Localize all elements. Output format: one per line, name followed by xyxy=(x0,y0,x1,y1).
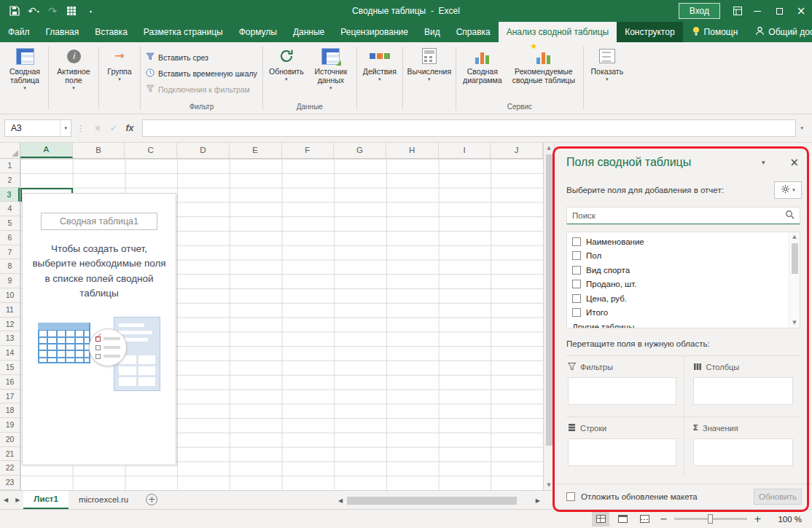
redo-icon[interactable]: ↷ xyxy=(44,1,61,20)
undo-icon[interactable]: ↶▾ xyxy=(25,1,42,20)
vertical-scrollbar[interactable]: ▲ ▼ xyxy=(543,143,554,490)
cancel-icon[interactable]: × xyxy=(90,123,106,133)
columns-drop-zone[interactable] xyxy=(693,377,794,405)
zoom-slider-thumb[interactable] xyxy=(708,514,713,524)
share-button[interactable]: Общий доступ xyxy=(746,22,812,42)
column-header[interactable]: C xyxy=(125,143,177,158)
search-box[interactable]: Поиск xyxy=(566,207,800,224)
row-header[interactable]: 16 xyxy=(0,375,20,390)
row-header[interactable]: 9 xyxy=(0,274,20,288)
horizontal-scrollbar[interactable]: ◀ ▶ xyxy=(335,492,554,509)
field-checkbox[interactable] xyxy=(572,237,581,246)
close-button[interactable]: × xyxy=(790,0,812,22)
enter-icon[interactable]: ✓ xyxy=(106,123,122,133)
active-field-button[interactable]: i Активное поле ▾ xyxy=(51,44,96,91)
assistant-button[interactable]: Помощн xyxy=(683,22,747,42)
pivot-table-button[interactable]: Сводная таблица ▾ xyxy=(4,44,46,91)
list-scroll-down-icon[interactable]: ▼ xyxy=(792,318,796,328)
row-header[interactable]: 10 xyxy=(0,288,20,303)
filter-connections-button[interactable]: Подключения к фильтрам xyxy=(143,82,253,97)
insert-function-icon[interactable]: fx xyxy=(122,123,138,133)
recommended-pivot-tables-button[interactable]: ★ Рекомендуемые сводные таблицы xyxy=(507,44,581,84)
field-row[interactable]: Итого xyxy=(572,306,800,320)
defer-layout-checkbox[interactable] xyxy=(566,492,575,501)
field-row[interactable]: Цена, руб. xyxy=(572,291,800,306)
select-all-button[interactable] xyxy=(0,143,20,159)
maximize-button[interactable] xyxy=(768,0,790,22)
tab-page-layout[interactable]: Разметка страницы xyxy=(136,22,231,42)
row-header[interactable]: 21 xyxy=(0,447,20,462)
actions-button[interactable]: Действия ▾ xyxy=(359,44,400,82)
zoom-level[interactable]: 100 % xyxy=(768,515,802,524)
field-checkbox[interactable] xyxy=(572,280,581,288)
column-header[interactable]: F xyxy=(282,143,335,158)
tab-file[interactable]: Файл xyxy=(0,22,38,42)
fields-list-scrollbar[interactable]: ▲ ▼ xyxy=(789,232,800,328)
horizontal-scroll-thumb[interactable] xyxy=(347,497,517,505)
column-header[interactable]: H xyxy=(386,143,439,158)
row-header[interactable]: 15 xyxy=(0,360,20,375)
field-checkbox[interactable] xyxy=(572,308,581,317)
row-header[interactable]: 6 xyxy=(0,231,20,245)
row-header[interactable]: 3 xyxy=(0,188,20,202)
list-scroll-thumb[interactable] xyxy=(792,243,798,274)
quick-table-icon[interactable] xyxy=(63,1,80,20)
field-checkbox[interactable] xyxy=(572,251,581,260)
field-checkbox[interactable] xyxy=(572,294,581,303)
row-header[interactable]: 8 xyxy=(0,259,20,274)
row-header[interactable]: 13 xyxy=(0,331,20,346)
refresh-button[interactable]: Обновить ▾ xyxy=(265,44,308,82)
column-header[interactable]: G xyxy=(334,143,386,158)
change-data-source-button[interactable]: Источник данных ▾ xyxy=(308,44,354,91)
row-header[interactable]: 11 xyxy=(0,303,20,318)
row-header[interactable]: 1 xyxy=(0,159,20,173)
page-break-view-button[interactable] xyxy=(636,512,653,527)
row-header[interactable]: 14 xyxy=(0,346,20,360)
cells-area[interactable]: Сводная таблица1 Чтобы создать отчет, вы… xyxy=(20,159,543,490)
row-header[interactable]: 23 xyxy=(0,476,20,490)
column-header[interactable]: J xyxy=(491,143,543,158)
customize-toolbar-chevron-icon[interactable]: ▾ xyxy=(82,1,99,20)
row-header[interactable]: 2 xyxy=(0,173,20,188)
tab-review[interactable]: Рецензирование xyxy=(332,22,416,42)
formula-input[interactable] xyxy=(142,119,796,137)
group-button[interactable]: → Группа ▾ xyxy=(101,44,138,82)
tab-pivot-analyze[interactable]: Анализ сводной таблицы xyxy=(499,22,617,42)
column-header[interactable]: D xyxy=(177,143,230,158)
row-header[interactable]: 20 xyxy=(0,433,20,447)
save-icon[interactable] xyxy=(6,1,23,20)
column-header[interactable]: A xyxy=(20,143,73,158)
row-header[interactable]: 7 xyxy=(0,245,20,260)
minimize-button[interactable] xyxy=(746,0,768,22)
tools-gear-button[interactable]: ▾ xyxy=(774,181,802,199)
column-header[interactable]: I xyxy=(439,143,491,158)
field-row[interactable]: Продано, шт. xyxy=(572,277,800,292)
zoom-in-button[interactable]: + xyxy=(752,513,764,524)
field-checkbox[interactable] xyxy=(572,266,581,275)
sheet-tab-microexcel[interactable]: microexcel.ru xyxy=(69,491,138,509)
tab-help[interactable]: Справка xyxy=(448,22,499,42)
normal-view-button[interactable] xyxy=(592,512,609,527)
list-scroll-up-icon[interactable]: ▲ xyxy=(792,232,796,242)
pane-options-chevron-icon[interactable]: ▾ xyxy=(762,159,765,166)
row-header[interactable]: 19 xyxy=(0,418,20,433)
zoom-slider[interactable] xyxy=(674,518,747,520)
hscroll-right-icon[interactable]: ▶ xyxy=(533,497,543,504)
row-header[interactable]: 5 xyxy=(0,216,20,231)
scroll-down-icon[interactable]: ▼ xyxy=(547,480,550,490)
insert-slicer-button[interactable]: Вставить срез xyxy=(143,50,211,65)
calculations-button[interactable]: Вычисления ▾ xyxy=(405,44,453,82)
row-header[interactable]: 17 xyxy=(0,390,20,404)
name-box[interactable]: A3 ▾ xyxy=(4,119,71,137)
tab-home[interactable]: Главная xyxy=(38,22,87,42)
update-button[interactable]: Обновить xyxy=(754,489,802,505)
row-header[interactable]: 4 xyxy=(0,202,20,216)
ribbon-display-options-icon[interactable] xyxy=(729,1,746,20)
insert-timeline-button[interactable]: Вставить временную шкалу xyxy=(143,66,260,81)
scroll-up-icon[interactable]: ▲ xyxy=(547,143,550,153)
formula-bar-expand-icon[interactable]: ▾ xyxy=(796,125,808,131)
column-header[interactable]: B xyxy=(73,143,125,158)
field-row[interactable]: Вид спорта xyxy=(572,263,800,277)
vertical-scroll-thumb[interactable] xyxy=(546,154,553,446)
field-row[interactable]: Наименование xyxy=(572,235,800,249)
